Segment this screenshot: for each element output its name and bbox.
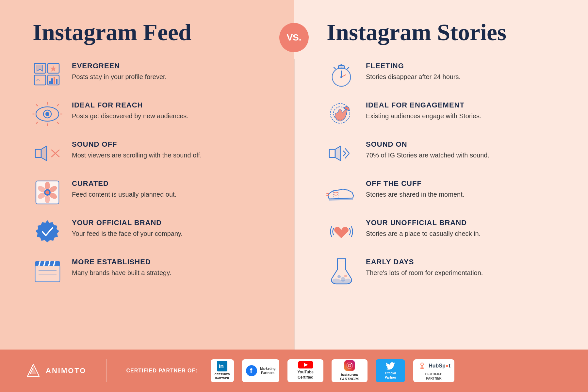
svg-marker-4 <box>50 65 57 72</box>
svg-point-81 <box>421 363 423 365</box>
left-item-4-desc: Feed content is usually planned out. <box>72 190 268 199</box>
vs-label: VS. <box>286 32 301 43</box>
left-item-2-desc: Posts get discovered by new audiences. <box>72 111 268 121</box>
svg-line-54 <box>347 67 349 69</box>
content-area: VS. Instagram Feed <box>0 0 588 350</box>
flower-icon <box>33 179 62 205</box>
instagram-badge: InstagramPARTNERS <box>332 359 368 382</box>
hubspot-label: CERTIFIEDPARTNER <box>425 372 443 381</box>
youtube-label: YouTubeCertified <box>297 370 314 380</box>
right-item-2-title: IDEAL FOR ENGAGEMENT <box>366 101 562 109</box>
right-item-1-title: FLEETING <box>366 62 562 70</box>
linkedin-label: CERTIFIEDPARTNER <box>215 373 230 380</box>
twitter-badge: OfficialPartner <box>376 359 405 382</box>
svg-rect-76 <box>344 360 355 371</box>
svg-marker-60 <box>335 146 341 161</box>
svg-rect-21 <box>35 149 41 157</box>
right-item-5: YOUR UNOFFICIAL BRAND Stories are a plac… <box>327 219 562 245</box>
footer: ANIMOTO CERTIFIED PARTNER OF: in CERTIFI… <box>0 350 588 392</box>
svg-line-17 <box>36 105 38 106</box>
partner-logos: in CERTIFIEDPARTNER f MarketingPartners <box>211 359 562 382</box>
left-item-2: IDEAL FOR REACH Posts get discovered by … <box>33 101 268 127</box>
right-title: Instagram Stories <box>327 20 562 45</box>
linkedin-badge: in CERTIFIEDPARTNER <box>211 359 234 382</box>
svg-point-64 <box>337 275 341 278</box>
sneaker-icon <box>327 179 356 205</box>
right-item-5-text: YOUR UNOFFICIAL BRAND Stories are a plac… <box>366 219 562 238</box>
right-item-4-text: OFF THE CUFF Stories are shared in the m… <box>366 179 562 199</box>
certified-partner-label: CERTIFIED PARTNER OF: <box>126 368 197 374</box>
right-item-1-text: FLEETING Stories disappear after 24 hour… <box>366 62 562 81</box>
sound-on-icon <box>327 140 356 166</box>
stopwatch-icon <box>327 62 356 88</box>
svg-text:∞: ∞ <box>36 77 40 83</box>
left-item-5: YOUR OFFICIAL BRAND Your feed is the fac… <box>33 219 268 245</box>
left-item-3-desc: Most viewers are scrolling with the soun… <box>72 151 268 160</box>
right-item-1: FLEETING Stories disappear after 24 hour… <box>327 62 562 88</box>
left-item-6-text: MORE ESTABLISHED Many brands have built … <box>72 258 268 277</box>
svg-point-66 <box>344 275 347 277</box>
right-item-3: SOUND ON 70% of IG Stories are watched w… <box>327 140 562 166</box>
svg-point-28 <box>45 182 50 190</box>
left-item-6-title: MORE ESTABLISHED <box>72 258 268 266</box>
right-item-5-title: YOUR UNOFFICIAL BRAND <box>366 219 562 227</box>
right-item-4-desc: Stories are shared in the moment. <box>366 190 562 199</box>
left-item-4-text: CURATED Feed content is usually planned … <box>72 179 268 199</box>
right-item-2-desc: Existing audiences engage with Stories. <box>366 111 562 121</box>
right-item-6-desc: There's lots of room for experimentation… <box>366 268 562 277</box>
touch-icon <box>327 101 356 127</box>
right-item-5-desc: Stories are a place to casually check in… <box>366 229 562 238</box>
right-item-2-text: IDEAL FOR ENGAGEMENT Existing audiences … <box>366 101 562 121</box>
svg-marker-23 <box>41 146 47 161</box>
svg-point-12 <box>45 112 49 116</box>
svg-line-19 <box>36 122 38 123</box>
left-item-1-title: EVERGREEN <box>72 62 268 70</box>
svg-rect-37 <box>35 265 60 282</box>
svg-point-35 <box>45 190 49 194</box>
svg-point-53 <box>340 76 342 78</box>
svg-text:f: f <box>250 367 253 375</box>
svg-point-79 <box>351 363 352 364</box>
left-item-6-desc: Many brands have built a strategy. <box>72 268 268 277</box>
facebook-badge: f MarketingPartners <box>242 359 279 382</box>
main-container: VS. Instagram Feed <box>0 0 588 392</box>
right-item-6: EARLY DAYS There's lots of room for expe… <box>327 258 562 284</box>
left-item-5-text: YOUR OFFICIAL BRAND Your feed is the fac… <box>72 219 268 238</box>
heart-sound-icon <box>327 219 356 245</box>
left-item-3: SOUND OFF Most viewers are scrolling wit… <box>33 140 268 166</box>
sound-off-icon <box>33 140 62 166</box>
svg-point-50 <box>340 64 343 66</box>
right-item-3-text: SOUND ON 70% of IG Stories are watched w… <box>366 140 562 160</box>
left-item-3-text: SOUND OFF Most viewers are scrolling wit… <box>72 140 268 160</box>
svg-rect-6 <box>49 81 51 84</box>
instagram-label: InstagramPARTNERS <box>340 372 360 382</box>
panel-divider <box>294 59 295 350</box>
left-item-2-title: IDEAL FOR REACH <box>72 101 268 109</box>
right-item-4: OFF THE CUFF Stories are shared in the m… <box>327 179 562 205</box>
left-item-6: MORE ESTABLISHED Many brands have built … <box>33 258 268 284</box>
grid-icon: ∞ <box>33 62 62 88</box>
left-panel: Instagram Feed <box>0 0 294 350</box>
svg-rect-7 <box>51 78 53 84</box>
right-panel: Instagram Stories <box>294 0 588 350</box>
left-item-2-text: IDEAL FOR REACH Posts get discovered by … <box>72 101 268 121</box>
left-item-1: ∞ EVERGREEN Posts stay in your profile f… <box>33 62 268 88</box>
animoto-text: ANIMOTO <box>46 367 86 375</box>
youtube-badge: YouTubeCertified <box>287 359 323 382</box>
svg-rect-9 <box>56 79 57 84</box>
svg-text:in: in <box>219 363 224 369</box>
eye-icon <box>33 101 62 127</box>
facebook-label: MarketingPartners <box>260 367 275 375</box>
left-item-5-desc: Your feed is the face of your company. <box>72 229 268 238</box>
right-item-3-title: SOUND ON <box>366 140 562 149</box>
clapperboard-icon <box>33 258 62 284</box>
left-item-3-title: SOUND OFF <box>72 140 268 149</box>
right-item-2: IDEAL FOR ENGAGEMENT Existing audiences … <box>327 101 562 127</box>
left-item-1-text: EVERGREEN Posts stay in your profile for… <box>72 62 268 81</box>
svg-rect-8 <box>54 77 55 84</box>
badge-check-icon <box>33 219 62 245</box>
svg-line-55 <box>334 67 335 69</box>
right-item-6-title: EARLY DAYS <box>366 258 562 266</box>
svg-line-18 <box>57 105 58 106</box>
footer-divider <box>106 359 106 382</box>
